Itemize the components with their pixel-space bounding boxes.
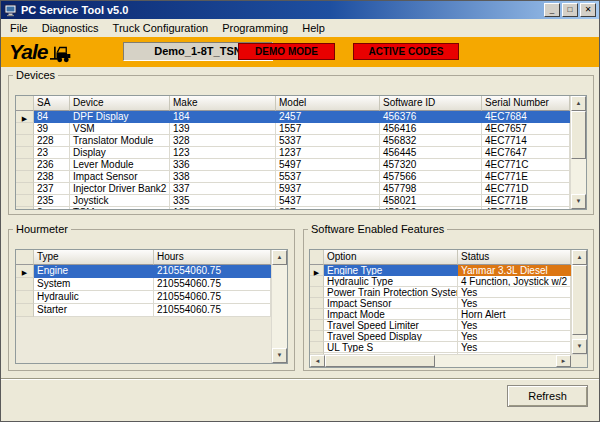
yale-logo: Yale	[9, 40, 76, 64]
table-row[interactable]: Impact Mode Horn Alert	[310, 309, 571, 320]
cell-model: 5337	[276, 135, 380, 147]
cell-hours: 210554060.75	[154, 278, 271, 291]
table-row[interactable]: 235 Joystick 335 5437 458021 4EC771B	[16, 195, 570, 207]
scroll-down-icon[interactable]: ▼	[572, 339, 587, 354]
menu-item-file[interactable]: File	[3, 20, 35, 36]
column-header-sa[interactable]: SA	[34, 96, 70, 111]
cell-option: UL Type S	[324, 342, 458, 353]
cell-status: Horn Alert	[458, 309, 571, 320]
column-header-hours[interactable]: Hours	[154, 250, 271, 265]
vertical-scrollbar[interactable]: ▲ ▼	[570, 96, 586, 209]
scroll-down-icon[interactable]: ▼	[272, 348, 287, 363]
active-codes-button[interactable]: ACTIVE CODES	[353, 43, 459, 60]
menu-item-help[interactable]: Help	[295, 20, 332, 36]
table-row[interactable]: 39 VSM 139 1557 456416 4EC7657	[16, 123, 570, 135]
column-header-type[interactable]: Type	[34, 250, 154, 265]
cell-serial: 4EC7647	[482, 147, 570, 159]
table-row[interactable]: 228 Translator Module 328 5337 456832 4E…	[16, 135, 570, 147]
cell-sa: 84	[34, 111, 70, 123]
table-row[interactable]: 3 TCM 103 837 456400 4EC7633	[16, 207, 570, 209]
table-row[interactable]: UL Type S Yes	[310, 342, 571, 353]
minimize-button[interactable]: _	[544, 3, 560, 17]
table-row[interactable]: Hydraulic 210554060.75	[16, 291, 271, 304]
cell-option: Impact Mode	[324, 309, 458, 320]
maximize-button[interactable]: □	[562, 3, 578, 17]
scroll-up-icon[interactable]: ▲	[272, 250, 287, 265]
cell-make: 335	[170, 195, 276, 207]
cell-status: Yanmar 3.3L Diesel	[458, 265, 571, 276]
cell-sa: 228	[34, 135, 70, 147]
cell-software-id: 457798	[380, 183, 482, 195]
table-row[interactable]: ▶ 84 DPF Display 184 2457 456376 4EC7684	[16, 111, 570, 123]
table-row[interactable]: Impact Sensor Yes	[310, 298, 571, 309]
table-row[interactable]: ▶ Engine Type Yanmar 3.3L Diesel	[310, 265, 571, 276]
refresh-button[interactable]: Refresh	[507, 385, 588, 407]
column-header-make[interactable]: Make	[170, 96, 276, 111]
horizontal-scrollbar[interactable]: ◄ ►	[310, 354, 587, 367]
cell-model: 1237	[276, 147, 380, 159]
cell-device: Joystick	[70, 195, 170, 207]
scroll-left-icon[interactable]: ◄	[310, 355, 325, 367]
cell-sa: 23	[34, 147, 70, 159]
column-header-option[interactable]: Option	[324, 250, 458, 265]
table-row[interactable]: 238 Impact Sensor 338 5537 457566 4EC771…	[16, 171, 570, 183]
cell-device: Lever Module	[70, 159, 170, 171]
table-row[interactable]: Power Train Protection System Yes	[310, 287, 571, 298]
cell-serial: 4EC771D	[482, 183, 570, 195]
cell-device: Display	[70, 147, 170, 159]
cell-software-id: 458021	[380, 195, 482, 207]
cell-software-id: 456416	[380, 123, 482, 135]
cell-serial: 4EC7633	[482, 207, 570, 209]
scroll-up-icon[interactable]: ▲	[572, 250, 587, 265]
scrollbar-thumb[interactable]	[571, 111, 586, 159]
table-row[interactable]: Starter 210554060.75	[16, 304, 271, 317]
cell-option: Impact Sensor	[324, 298, 458, 309]
cell-make: 328	[170, 135, 276, 147]
cell-status: Yes	[458, 287, 571, 298]
table-row[interactable]: ▶ Engine 210554060.75	[16, 265, 271, 278]
cell-software-id: 456400	[380, 207, 482, 209]
table-row[interactable]: 237 Injector Driver Bank2 337 5937 45779…	[16, 183, 570, 195]
forklift-icon	[50, 45, 76, 63]
cell-status: Yes	[458, 342, 571, 353]
column-header-software-id[interactable]: Software ID	[380, 96, 482, 111]
close-button[interactable]: ✕	[580, 3, 596, 17]
cell-make: 103	[170, 207, 276, 209]
cell-make: 184	[170, 111, 276, 123]
table-row[interactable]: Travel Speed Limiter Yes	[310, 320, 571, 331]
column-header-model[interactable]: Model	[276, 96, 380, 111]
menu-item-diagnostics[interactable]: Diagnostics	[35, 20, 106, 36]
scroll-up-icon[interactable]: ▲	[571, 96, 586, 111]
features-table-header: Option Status	[310, 250, 571, 265]
cell-type: System	[34, 278, 154, 291]
cell-sa: 3	[34, 207, 70, 209]
cell-serial: 4EC7684	[482, 111, 570, 123]
grid-empty-area	[16, 317, 271, 363]
row-selector-icon: ▶	[22, 115, 27, 122]
cell-option: Engine Type	[324, 265, 458, 276]
table-row[interactable]: Hydraulic Type 4 Function, Joystick w/2 …	[310, 276, 571, 287]
column-header-device[interactable]: Device	[70, 96, 170, 111]
window-title: PC Service Tool v5.0	[21, 4, 542, 16]
table-row[interactable]: Travel Speed Display Yes	[310, 331, 571, 342]
cell-device: Injector Driver Bank2	[70, 183, 170, 195]
menu-item-truck-configuration[interactable]: Truck Configuration	[106, 20, 216, 36]
menu-item-programming[interactable]: Programming	[215, 20, 295, 36]
cell-sa: 237	[34, 183, 70, 195]
cell-software-id: 457566	[380, 171, 482, 183]
cell-serial: 4EC771E	[482, 171, 570, 183]
scroll-down-icon[interactable]: ▼	[571, 194, 586, 209]
cell-sa: 236	[34, 159, 70, 171]
table-row[interactable]: 23 Display 123 1237 456445 4EC7647	[16, 147, 570, 159]
scroll-right-icon[interactable]: ►	[556, 355, 571, 367]
scrollbar-thumb[interactable]	[325, 355, 435, 367]
hourmeter-group-title: Hourmeter	[13, 223, 71, 235]
scrollbar-thumb[interactable]	[572, 265, 587, 335]
column-header-serial-number[interactable]: Serial Number	[482, 96, 570, 111]
table-row[interactable]: 236 Lever Module 336 5497 457320 4EC771C	[16, 159, 570, 171]
table-row[interactable]: System 210554060.75	[16, 278, 271, 291]
vertical-scrollbar[interactable]: ▲ ▼	[571, 250, 587, 354]
column-header-status[interactable]: Status	[458, 250, 571, 265]
vertical-scrollbar[interactable]: ▲ ▼	[271, 250, 287, 363]
demo-mode-button[interactable]: DEMO MODE	[238, 43, 335, 60]
